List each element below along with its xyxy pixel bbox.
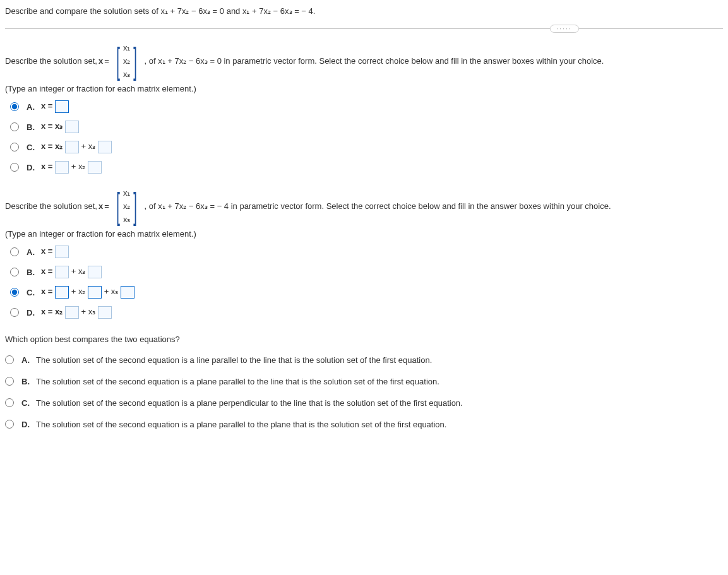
label-cA: A. [21,355,30,365]
options-2: A. x = B. x = + x₃ C. x = + x₂ [10,245,723,319]
compare-B[interactable]: B. The solution set of the second equati… [5,374,723,388]
section-2: Describe the solution set, x = [ x₁ x₂ x… [5,186,723,319]
x-var-2: x [98,201,103,211]
eq-1C-pre: x = x₂ [41,141,63,151]
input-box-2A[interactable] [55,246,69,258]
hint-2: (Type an integer or fraction for each ma… [5,229,723,239]
radio-cB[interactable] [5,377,14,386]
input-box-2B-2[interactable] [88,266,102,278]
label-cD: D. [21,420,30,429]
text-cB: The solution set of the second equation … [36,377,439,386]
question-header: Describe and compare the solution sets o… [5,6,723,29]
section-1: Describe the solution set, x = [ x₁ x₂ x… [5,40,723,174]
eq-1C-mid: + x₃ [81,141,96,151]
input-box-1C-1[interactable] [65,141,79,153]
vec2-r2: x₂ [123,201,131,211]
divider-dots-icon: ····· [550,25,579,33]
prompt-post: , of x₁ + 7x₂ − 6x₃ = 0 in parametric ve… [145,56,604,66]
radio-1C[interactable] [10,143,19,151]
radio-2A[interactable] [10,247,19,256]
right-bracket-icon-2: ] [134,189,138,222]
vec2-r3: x₃ [123,215,131,224]
option-2C[interactable]: C. x = + x₂ + x₃ [10,285,723,299]
vec-r3: x₃ [123,69,131,79]
radio-cD[interactable] [5,420,14,429]
hint-1: (Type an integer or fraction for each ma… [5,84,723,93]
input-box-1D-2[interactable] [88,161,102,174]
label-2B: B. [27,268,35,277]
input-box-2C-3[interactable] [121,286,134,299]
eq-2D-pre: x = x₂ [41,307,63,316]
radio-2C[interactable] [10,288,19,297]
input-box-2C-2[interactable] [88,286,102,299]
input-box-1D-1[interactable] [55,161,69,174]
eq-1D-pre: x = [41,162,55,171]
input-box-1B[interactable] [65,121,79,133]
prompt-pre-2: Describe the solution set, [5,201,97,211]
vec2-r1: x₁ [123,188,131,198]
x-var: x [98,56,103,66]
radio-1B[interactable] [10,122,19,131]
eq-2B-pre: x = [41,266,55,276]
input-box-2B-1[interactable] [55,266,69,278]
label-cB: B. [21,377,30,386]
radio-2B[interactable] [10,268,19,276]
radio-cC[interactable] [5,398,14,407]
vec-r2: x₂ [123,56,131,66]
input-box-1A[interactable] [55,100,69,113]
eq-sign-2: = [104,201,109,211]
radio-1A[interactable] [10,102,19,111]
label-1D: D. [27,163,35,172]
input-box-2D-1[interactable] [65,306,79,319]
radio-cA[interactable] [5,355,14,364]
vec-r1: x₁ [123,43,131,52]
prompt-row-2: Describe the solution set, x = [ x₁ x₂ x… [5,186,723,227]
label-1C: C. [27,143,35,152]
options-1: A. x = B. x = x₃ C. x = x₂ + x₃ [10,100,723,174]
prompt-pre: Describe the solution set, [5,56,97,66]
eq-1D-mid: + x₂ [71,162,86,171]
option-1B[interactable]: B. x = x₃ [10,120,723,134]
eq-2C-pre: x = [41,287,55,296]
label-2C: C. [27,288,35,297]
eq-1A-pre: x = [41,101,55,110]
eq-2B-mid: + x₃ [71,266,86,276]
vector-bracket-2: [ x₁ x₂ x₃ ] [113,186,141,227]
label-cC: C. [21,398,30,408]
eq-2A-pre: x = [41,246,55,256]
eq-2D-mid: + x₃ [81,307,96,316]
label-1B: B. [27,122,35,132]
left-bracket-icon-2: [ [116,189,120,222]
text-cD: The solution set of the second equation … [36,420,446,429]
eq-sign: = [104,56,109,66]
eq-1B-pre: x = x₃ [41,121,63,131]
option-1A[interactable]: A. x = [10,100,723,114]
option-1D[interactable]: D. x = + x₂ [10,160,723,174]
label-1A: A. [27,102,35,112]
eq-2C-mid2: + x₃ [104,287,119,296]
option-1C[interactable]: C. x = x₂ + x₃ [10,140,723,154]
prompt-post-2: , of x₁ + 7x₂ − 6x₃ = − 4 in parametric … [145,201,611,211]
input-box-1C-2[interactable] [98,141,112,153]
radio-1D[interactable] [10,163,19,172]
prompt-row-1: Describe the solution set, x = [ x₁ x₂ x… [5,40,723,81]
input-box-2D-2[interactable] [98,306,112,319]
compare-question: Which option best compares the two equat… [5,335,723,344]
label-2A: A. [27,247,35,257]
label-2D: D. [27,308,35,317]
option-2D[interactable]: D. x = x₂ + x₃ [10,305,723,319]
compare-D[interactable]: D. The solution set of the second equati… [5,417,723,431]
option-2B[interactable]: B. x = + x₃ [10,265,723,279]
eq-2C-mid1: + x₂ [71,287,86,296]
radio-2D[interactable] [10,308,19,317]
vector-bracket: [ x₁ x₂ x₃ ] [113,40,141,81]
compare-options: A. The solution set of the second equati… [5,353,723,431]
compare-C[interactable]: C. The solution set of the second equati… [5,396,723,410]
left-bracket-icon: [ [116,44,120,77]
compare-A[interactable]: A. The solution set of the second equati… [5,353,723,367]
text-cC: The solution set of the second equation … [36,398,463,408]
text-cA: The solution set of the second equation … [36,355,432,365]
input-box-2C-1[interactable] [55,286,69,299]
option-2A[interactable]: A. x = [10,245,723,259]
header-text: Describe and compare the solution sets o… [5,6,315,16]
